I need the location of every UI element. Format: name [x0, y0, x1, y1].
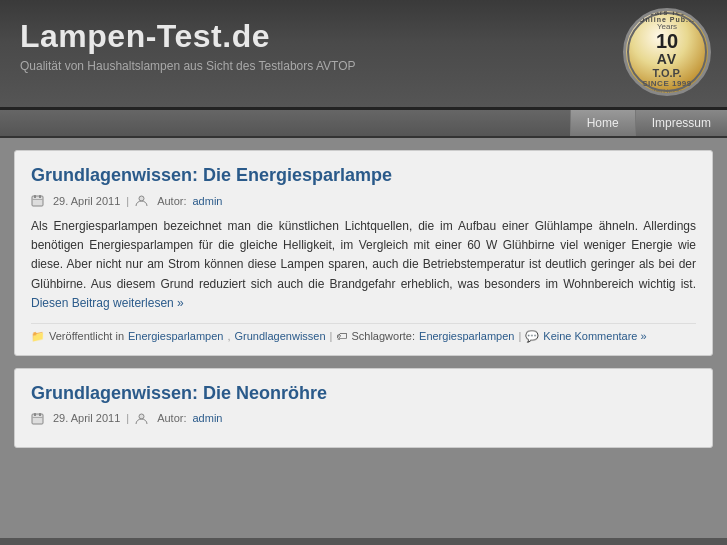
svg-point-4: [139, 196, 144, 201]
article-1-read-more[interactable]: Diesen Beitrag weiterlesen »: [31, 296, 184, 310]
svg-rect-1: [34, 195, 36, 198]
navigation-bar: Home Impressum: [0, 110, 727, 138]
article-1-footer: 📁 Veröffentlicht in Energiesparlampen , …: [31, 323, 696, 343]
svg-point-9: [139, 414, 144, 419]
calendar-icon: [31, 194, 44, 207]
footer-folder-icon: 📁: [31, 330, 45, 343]
article-card-1: Grundlagenwissen: Die Energiesparlampe 2…: [14, 150, 713, 356]
svg-rect-5: [32, 414, 43, 424]
badge-years: Years 10: [656, 23, 678, 51]
article-1-author-label: Autor:: [157, 195, 186, 207]
nav-home[interactable]: Home: [570, 110, 635, 136]
article-2-meta: 29. April 2011 | Autor: admin: [31, 412, 696, 425]
badge-top: T.O.P.: [652, 67, 681, 79]
badge-logo: Years Test Online Pub... Years 10 AV T.O…: [623, 8, 711, 96]
site-header: Lampen-Test.de Qualität von Haushaltslam…: [0, 0, 727, 110]
article-2-author-label: Autor:: [157, 412, 186, 424]
badge-av: AV: [657, 51, 677, 67]
footer-comment-icon: 💬: [525, 330, 539, 343]
footer-tag-1[interactable]: Energiesparlampen: [419, 330, 514, 342]
article-1-date: 29. April 2011: [53, 195, 120, 207]
article-2-date: 29. April 2011: [53, 412, 120, 424]
svg-rect-2: [39, 195, 41, 198]
svg-rect-3: [32, 199, 43, 200]
svg-rect-6: [34, 413, 36, 416]
user-icon-2: [135, 412, 148, 425]
site-tagline: Qualität von Haushaltslampen aus Sicht d…: [20, 59, 707, 73]
article-1-title[interactable]: Grundlagenwissen: Die Energiesparlampe: [31, 165, 696, 186]
article-2-title[interactable]: Grundlagenwissen: Die Neonröhre: [31, 383, 696, 404]
footer-published-label: Veröffentlicht in: [49, 330, 124, 342]
footer-tag-icon: 🏷: [336, 330, 347, 342]
site-title: Lampen-Test.de: [20, 18, 707, 55]
badge-lop-text: Years Test Online Pub...: [633, 9, 701, 23]
article-1-body: Als Energiesparlampen bezeichnet man die…: [31, 217, 696, 313]
footer-tags-label: Schlagworte:: [351, 330, 415, 342]
footer-cat-2[interactable]: Grundlagenwissen: [234, 330, 325, 342]
article-1-meta: 29. April 2011 | Autor: admin: [31, 194, 696, 207]
footer-cat-1[interactable]: Energiesparlampen: [128, 330, 223, 342]
main-content: Grundlagenwissen: Die Energiesparlampe 2…: [0, 138, 727, 538]
user-icon: [135, 194, 148, 207]
badge-certified: certified testlabor: [640, 88, 693, 95]
nav-impressum[interactable]: Impressum: [635, 110, 727, 136]
calendar-icon-2: [31, 412, 44, 425]
footer-comments[interactable]: Keine Kommentare »: [543, 330, 646, 342]
badge-since: SINCE 1999: [642, 79, 691, 88]
article-1-author[interactable]: admin: [193, 195, 223, 207]
svg-rect-7: [39, 413, 41, 416]
svg-rect-8: [32, 417, 43, 418]
article-2-author[interactable]: admin: [193, 412, 223, 424]
svg-rect-0: [32, 196, 43, 206]
article-card-2: Grundlagenwissen: Die Neonröhre 29. Apri…: [14, 368, 713, 448]
